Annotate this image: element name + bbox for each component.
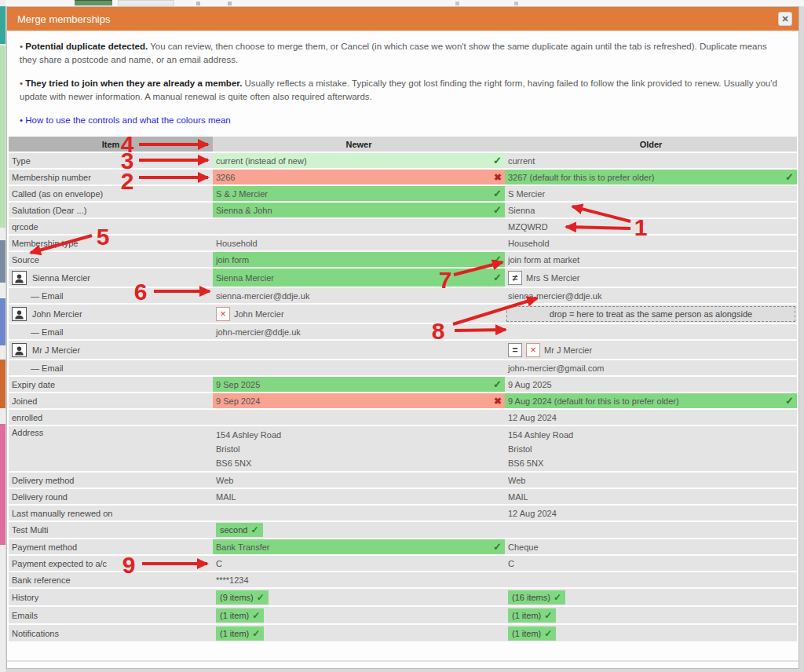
- newer-value-cell: [213, 341, 505, 359]
- items-badge[interactable]: (1 item)✓: [508, 608, 556, 623]
- item-cell: Source: [9, 252, 213, 267]
- background-color-block: [0, 298, 5, 345]
- newer-value-cell[interactable]: 9 Sep 2024✖: [213, 393, 505, 408]
- item-cell: Membership type: [9, 236, 213, 250]
- older-value-cell: 9 Aug 2025: [505, 377, 797, 392]
- item-label: Last manually renewed on: [12, 509, 112, 518]
- newer-value-cell[interactable]: (1 item)✓: [213, 625, 505, 641]
- items-badge[interactable]: second✓: [216, 523, 263, 537]
- background-icon: [228, 2, 232, 5]
- remove-person-button[interactable]: ×: [526, 343, 540, 357]
- newer-value-cell[interactable]: (1 item)✓: [213, 607, 505, 623]
- intro-paragraph-duplicate: • Potential duplicate detected. You can …: [20, 40, 786, 67]
- badge-label: (1 item): [220, 629, 249, 638]
- close-icon[interactable]: ✕: [778, 12, 792, 26]
- older-value-cell: MZQWRD: [505, 219, 797, 234]
- newer-value-cell[interactable]: second✓: [213, 522, 505, 538]
- item-label: Membership number: [12, 173, 91, 182]
- badge-label: (1 item): [220, 611, 249, 620]
- older-value-cell: Cheque: [505, 539, 797, 554]
- items-badge[interactable]: (16 items)✓: [508, 590, 565, 604]
- intro-bold-lead: Potential duplicate detected.: [25, 42, 148, 51]
- item-label: Bank reference: [12, 575, 71, 585]
- older-value-cell[interactable]: ≠Mrs S Mercier: [505, 268, 797, 287]
- item-label: Payment expected to a/c: [12, 559, 107, 568]
- newer-value-cell[interactable]: Sienna Mercier✓: [213, 268, 505, 287]
- background-icon: [455, 2, 459, 5]
- older-value-cell: [505, 324, 797, 339]
- older-value-cell[interactable]: (1 item)✓: [505, 607, 797, 623]
- table-row: Delivery roundMAILMAIL: [9, 489, 797, 504]
- newer-value-cell[interactable]: S & J Mercier✓: [213, 186, 505, 201]
- cell-value: Sienna & John: [216, 206, 272, 215]
- check-icon: ✓: [493, 188, 502, 199]
- newer-value-cell: [213, 360, 505, 375]
- item-label: Test Multi: [12, 525, 48, 535]
- cell-value: 9 Aug 2024 (default for this is to prefe…: [508, 396, 679, 406]
- cell-value: Household: [508, 239, 550, 248]
- cell-value: 9 Aug 2025: [508, 380, 552, 389]
- cell-value: Mr J Mercier: [544, 345, 592, 355]
- newer-value-cell: sienna-mercier@ddje.uk: [213, 288, 505, 303]
- item-cell: Mr J Mercier: [9, 341, 213, 359]
- item-cell: Delivery round: [9, 489, 213, 504]
- newer-value-cell: [213, 410, 505, 425]
- items-badge[interactable]: (9 items)✓: [216, 590, 269, 604]
- older-value-cell[interactable]: 3267 (default for this is to prefer olde…: [505, 170, 797, 184]
- dialog-intro: • Potential duplicate detected. You can …: [7, 31, 799, 127]
- cell-value: Sienna Mercier: [216, 273, 274, 283]
- cross-icon: ✖: [494, 173, 502, 182]
- item-label: Sienna Mercier: [32, 273, 90, 283]
- address-line: Bristol: [216, 442, 281, 456]
- drop-target[interactable]: drop = here to treat as the same person …: [506, 306, 795, 322]
- newer-value-cell[interactable]: join form✓: [213, 252, 505, 267]
- table-row: Called (as on envelope)S & J Mercier✓S M…: [9, 186, 797, 201]
- item-cell: Joined: [9, 393, 213, 408]
- table-row: Address154 Ashley RoadBristolBS6 5NX154 …: [9, 426, 797, 471]
- newer-value-cell[interactable]: (9 items)✓: [213, 589, 505, 605]
- table-row: — Emailjohn-mercier@ddje.uk: [9, 324, 797, 339]
- older-value-cell[interactable]: (16 items)✓: [505, 589, 797, 605]
- item-cell: Test Multi: [9, 522, 213, 538]
- badge-label: (16 items): [512, 593, 550, 602]
- help-link[interactable]: • How to use the controls and what the c…: [20, 114, 786, 127]
- table-row: Expiry date9 Sep 2025✓9 Aug 2025: [9, 377, 797, 392]
- table-row: — Emailjohn-mercier@gmail.com: [9, 360, 797, 375]
- table-row: Membership typeHouseholdHousehold: [9, 236, 797, 250]
- newer-value-cell: [213, 506, 505, 520]
- items-badge[interactable]: (1 item)✓: [216, 608, 264, 623]
- items-badge[interactable]: (1 item)✓: [216, 626, 264, 641]
- column-header-item: Item: [9, 137, 213, 152]
- item-cell: Notifications: [9, 625, 213, 641]
- table-row: Payment methodBank Transfer✓Cheque: [9, 539, 797, 554]
- item-label: — Email: [31, 363, 64, 373]
- table-row: Emails(1 item)✓(1 item)✓: [9, 607, 797, 623]
- not-equal-button[interactable]: ≠: [508, 271, 522, 285]
- newer-value-cell[interactable]: Sienna & John✓: [213, 203, 505, 217]
- cross-icon: ✖: [494, 396, 502, 406]
- table-row: Sourcejoin form✓join form at market: [9, 252, 797, 267]
- check-icon: ✓: [493, 542, 502, 552]
- items-badge[interactable]: (1 item)✓: [508, 626, 556, 641]
- newer-value-cell[interactable]: Bank Transfer✓: [213, 539, 505, 554]
- address-line: 154 Ashley Road: [216, 428, 281, 442]
- older-value-cell[interactable]: (1 item)✓: [505, 625, 797, 641]
- older-value-cell[interactable]: drop = here to treat as the same person …: [505, 305, 797, 323]
- item-cell: Delivery method: [9, 473, 213, 488]
- older-value-cell: 12 Aug 2024: [505, 410, 797, 425]
- equal-button[interactable]: =: [508, 343, 522, 357]
- older-value-cell[interactable]: =×Mr J Mercier: [505, 341, 797, 359]
- remove-person-button[interactable]: ×: [216, 307, 230, 321]
- table-row: Delivery methodWebWeb: [9, 473, 797, 488]
- item-label: enrolled: [12, 413, 42, 422]
- newer-value-cell[interactable]: current (instead of new)✓: [213, 153, 505, 168]
- newer-value-cell[interactable]: 3266✖: [213, 170, 505, 184]
- newer-value-cell[interactable]: 9 Sep 2025✓: [213, 377, 505, 392]
- cell-value: Cheque: [508, 542, 539, 552]
- older-value-cell[interactable]: 9 Aug 2024 (default for this is to prefe…: [505, 393, 797, 408]
- address-line: Bristol: [508, 442, 573, 456]
- check-icon: ✓: [493, 254, 502, 265]
- newer-value-cell[interactable]: ×John Mercier: [213, 305, 505, 323]
- cell-value: MZQWRD: [508, 222, 548, 232]
- item-cell: Bank reference: [9, 572, 213, 587]
